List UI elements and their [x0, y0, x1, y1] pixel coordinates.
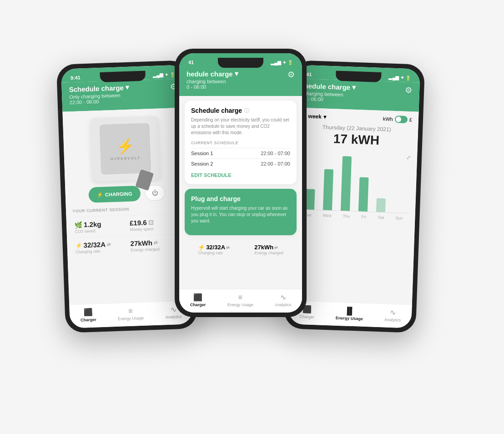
status-time-3: 41 — [306, 71, 312, 77]
plug-card-desc: Hypervolt will start charging your car a… — [191, 205, 290, 224]
status-time-2: 41 — [188, 60, 194, 65]
session-label: YOUR CURRENT SESSION — [72, 205, 182, 213]
charging-controls: ⚡ CHARGING ⏻ — [65, 184, 188, 203]
status-icons-2: ▂▄▆ ✦ 🔋 — [271, 60, 293, 65]
content-3: is week ▾ kWh £ Thursday (22 January 202 — [289, 107, 419, 304]
sync-icon-2: ⇄ — [154, 240, 157, 245]
bar-chart: ⤢ — [299, 151, 411, 213]
nav-charger-1[interactable]: ⬛ Charger — [80, 308, 96, 323]
energy-nav-icon-2: ≡ — [238, 293, 242, 302]
nav-energy-3[interactable]: ▐▌ Energy Usage — [336, 306, 363, 321]
current-strip-2: ⚡ 32/32A ⇄ Charging rate — [198, 244, 230, 255]
leaf-icon: 🌿 — [75, 221, 83, 229]
label-sun: Sun — [395, 216, 403, 221]
schedule-card: Schedule charge ⓘ Depending on your elec… — [185, 101, 297, 184]
unit-toggle: kWh £ — [383, 115, 413, 123]
session-grid: 🌿 1.2kg CO2 saved £19.6 ⊡ Money spent — [73, 213, 184, 258]
nav-analytics-2[interactable]: ∿ Analytics — [275, 293, 291, 307]
session-2-time: 22:00 - 07:00 — [261, 161, 290, 167]
status-icons-1: ▂▄▆ ✦ 🔋 — [153, 72, 175, 78]
session-1-name: Session 1 — [191, 151, 213, 156]
settings-icon-3[interactable]: ⚙ — [405, 85, 413, 96]
phone-2: 41 ▂▄▆ ✦ 🔋 hedule charge ▾ charging betw… — [175, 49, 307, 317]
toggle-knob — [396, 116, 401, 122]
session-2-name: Session 2 — [191, 161, 213, 167]
analytics-nav-icon-3: ∿ — [390, 308, 396, 317]
copy-icon: ⊡ — [148, 218, 154, 226]
plug-charge-card: Plug and charge Hypervolt will start cha… — [185, 189, 297, 235]
sync-icon: ⇄ — [107, 242, 111, 247]
label-thu: Thu — [343, 214, 350, 219]
status-time-1: 9:41 — [71, 75, 81, 81]
app-header-1: Schedule charge ▾ Only charging between2… — [61, 78, 185, 111]
bar-sun — [393, 212, 403, 213]
bolt-icon-1: ⚡ — [75, 242, 82, 249]
app-header-3: hedule charge ▾ charging between0 - 06:0… — [296, 78, 420, 111]
energy-strip-2: 27kWh ⇄ Energy charged — [254, 244, 283, 255]
bar-sat — [376, 198, 385, 212]
info-icon: ⓘ — [244, 107, 249, 114]
app-header-2: hedule charge ▾ charging between0 - 06:0… — [179, 67, 302, 96]
nav-energy-2[interactable]: ≡ Energy Usage — [227, 293, 253, 307]
content-1: ⚡ HYPERVOLT ⚡ CHARGING ⏻ YOUR CURRENT SE… — [62, 107, 192, 304]
schedule-card-desc: Depending on your electricity tariff, yo… — [191, 117, 290, 136]
charger-image: ⚡ HYPERVOLT — [90, 116, 161, 182]
session-1-time: 22:00 - 07:00 — [261, 151, 290, 156]
nav-charger-2[interactable]: ⬛ Charger — [190, 293, 206, 307]
energy-nav-icon: ≡ — [128, 307, 133, 315]
session-row-2: Session 2 22:00 - 07:00 — [191, 158, 290, 169]
notch-3 — [336, 71, 382, 82]
edit-schedule-link[interactable]: EDIT SCHEDULE — [191, 172, 290, 178]
schedule-label: CURRENT SCHEDULE — [191, 141, 290, 145]
settings-icon-2[interactable]: ⚙ — [287, 70, 295, 80]
bar-wed — [323, 169, 333, 211]
bottom-nav-2: ⬛ Charger ≡ Energy Usage ∿ Analytics — [179, 289, 302, 313]
chevron-down-icon: ▾ — [323, 114, 326, 120]
label-fri: Fri — [362, 215, 367, 219]
bar-fri — [358, 177, 368, 212]
header-subtitle-3: charging between0 - 06:00 — [303, 91, 355, 103]
notch-1 — [100, 71, 146, 82]
chart-labels: Tue Wed Thu Fri Sat Sun — [298, 212, 408, 221]
header-title-1: Schedule charge ▾ — [69, 83, 129, 94]
plug-card-title: Plug and charge — [191, 195, 290, 202]
label-wed: Wed — [323, 213, 332, 218]
nav-energy-1[interactable]: ≡ Energy Usage — [117, 306, 144, 321]
kwh-label: kWh — [383, 116, 393, 122]
phones-container: 9:41 ▂▄▆ ✦ 🔋 Schedule charge ▾ Only char… — [47, 40, 457, 394]
label-sat: Sat — [378, 215, 384, 220]
analytics-nav-icon: ∿ — [170, 305, 176, 313]
energy-content: is week ▾ kWh £ Thursday (22 January 202 — [292, 107, 419, 225]
header-subtitle-1: Only charging between22:00 - 06:00 — [69, 92, 130, 106]
header-title-3: hedule charge ▾ — [304, 81, 356, 91]
charger-nav-icon: ⬛ — [83, 308, 93, 317]
status-icons-3: ▂▄▆ ✦ 🔋 — [388, 75, 411, 81]
session-row-1: Session 1 22:00 - 07:00 — [191, 148, 290, 158]
gbp-label: £ — [409, 117, 413, 122]
bottom-nav-1: ⬛ Charger ≡ Energy Usage ∿ Analytics — [69, 300, 193, 328]
bar-thu — [340, 156, 351, 211]
energy-strip-label: Energy charged — [254, 251, 283, 255]
charger-brand: HYPERVOLT — [111, 156, 141, 161]
toggle-switch[interactable] — [395, 116, 408, 123]
schedule-card-title: Schedule charge ⓘ — [191, 107, 290, 114]
header-subtitle-2: charging between0 - 06:00 — [186, 79, 238, 90]
expand-icon[interactable]: ⤢ — [406, 154, 411, 161]
bottom-nav-3: ⬛ Charger ▐▌ Energy Usage ∿ Analytics — [288, 300, 412, 328]
content-2: Schedule charge ⓘ Depending on your elec… — [179, 96, 302, 289]
co2-cell: 🌿 1.2kg CO2 saved — [73, 215, 128, 237]
header-title-2: hedule charge ▾ — [186, 70, 238, 78]
notch-2 — [218, 58, 263, 68]
analytics-nav-icon-2: ∿ — [280, 293, 286, 302]
charging-button[interactable]: ⚡ CHARGING — [88, 186, 141, 203]
charger-nav-icon-2: ⬛ — [193, 293, 202, 302]
current-strip-label: Charging rate — [198, 251, 230, 255]
energy-nav-icon-3: ▐▌ — [344, 307, 355, 315]
energy-header: is week ▾ kWh £ — [302, 112, 412, 123]
nav-analytics-3[interactable]: ∿ Analytics — [384, 308, 401, 322]
charging-bolt-icon: ⚡ — [97, 192, 103, 197]
current-cell: ⚡ 32/32A ⇄ Charging rate — [73, 236, 129, 258]
session-strip-2: ⚡ 32/32A ⇄ Charging rate 27kWh ⇄ Energy … — [179, 240, 302, 259]
kwh-display: 17 kWH — [301, 131, 412, 149]
bolt-strip-icon: ⚡ — [198, 244, 205, 251]
